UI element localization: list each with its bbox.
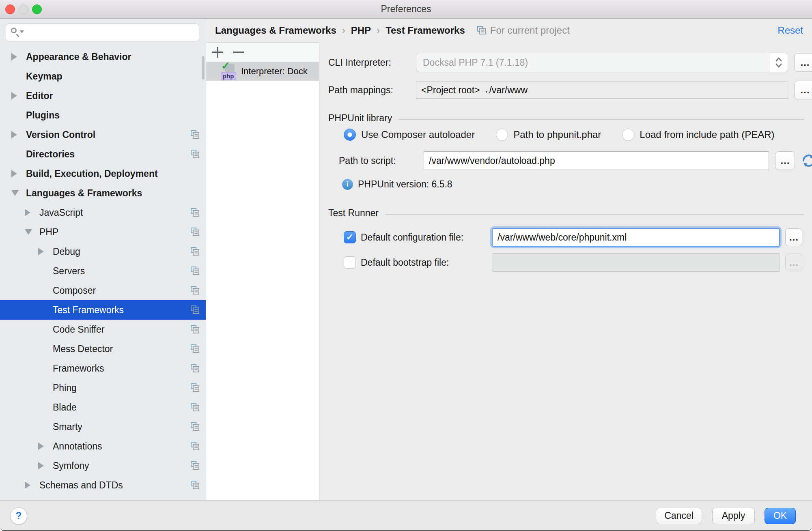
path-mappings-field[interactable]: <Project root>→/var/www (416, 82, 788, 99)
chevron-right-icon[interactable] (11, 53, 26, 60)
radio-label: Path to phpunit.phar (513, 129, 601, 140)
chevron-right-icon[interactable] (25, 209, 39, 216)
close-window-button[interactable] (5, 4, 15, 14)
radio-icon[interactable] (622, 129, 634, 141)
path-to-script-browse-button[interactable]: … (775, 151, 795, 170)
window-title: Preferences (381, 4, 431, 15)
sidebar-item-label: Code Sniffer (53, 324, 104, 335)
sidebar-item[interactable]: Frameworks (0, 359, 206, 378)
sidebar-scrollbar-thumb[interactable] (202, 56, 205, 80)
sidebar-item[interactable]: Mess Detector (0, 339, 206, 359)
chevron-right-icon[interactable] (11, 131, 26, 138)
add-icon[interactable] (212, 47, 223, 58)
for-current-project-icon (190, 383, 200, 393)
traffic-lights (5, 4, 42, 14)
sidebar-item[interactable]: Version Control (0, 125, 206, 144)
breadcrumb-segment: Test Frameworks (386, 25, 465, 36)
chevron-right-icon[interactable] (11, 170, 26, 177)
sidebar-item[interactable]: PHP (0, 222, 206, 242)
apply-button[interactable]: Apply (712, 508, 755, 524)
radio-selected-icon[interactable] (344, 129, 356, 141)
sidebar-item[interactable]: Directories (0, 144, 206, 164)
sidebar-item-label: Symfony (53, 460, 89, 471)
sidebar-item[interactable]: Editor (0, 86, 206, 105)
sidebar-item[interactable]: JavaScript (0, 203, 206, 222)
chevron-right-icon[interactable] (38, 443, 53, 450)
default-configuration-input[interactable] (492, 228, 780, 247)
remove-icon[interactable] (233, 47, 244, 58)
chevron-right-icon[interactable] (38, 248, 53, 255)
breadcrumb-segment: Languages & Frameworks (215, 25, 336, 36)
interpreter-list-item[interactable]: ✓ php Interpreter: Dock (206, 62, 319, 81)
chevron-down-icon[interactable] (25, 229, 39, 235)
sidebar-item-label: JavaScript (39, 207, 83, 218)
search-icon[interactable] (10, 27, 24, 38)
test-runner-title: Test Runner (328, 208, 379, 219)
zoom-window-button[interactable] (32, 4, 42, 14)
cancel-button[interactable]: Cancel (656, 508, 702, 524)
sidebar-item-label: Composer (53, 285, 96, 296)
section-divider (398, 119, 804, 120)
default-configuration-label: Default configuration file: (361, 232, 492, 243)
help-button[interactable]: ? (10, 507, 27, 525)
sidebar-item[interactable]: Phing (0, 378, 206, 398)
interpreter-item-label: Interpreter: Dock (241, 66, 308, 77)
sidebar-item[interactable]: Schemas and DTDs (0, 475, 206, 495)
sidebar-item[interactable]: Build, Execution, Deployment (0, 164, 206, 183)
sidebar-item[interactable]: Blade (0, 398, 206, 417)
sidebar-item-label: Version Control (26, 129, 95, 140)
for-current-project-icon (190, 266, 200, 276)
radio-path-to-phpunit-phar[interactable]: Path to phpunit.phar (496, 129, 601, 141)
sidebar-item[interactable]: Symfony (0, 456, 206, 475)
sidebar-item[interactable]: Code Sniffer (0, 320, 206, 339)
sidebar-item-label: PHP (39, 227, 58, 238)
sidebar-item[interactable]: Debug (0, 242, 206, 261)
radio-icon[interactable] (496, 129, 508, 141)
reset-link[interactable]: Reset (778, 25, 803, 36)
for-current-project-icon (190, 344, 200, 354)
default-configuration-browse-button[interactable]: … (785, 228, 802, 246)
radio-use-composer-autoloader[interactable]: Use Composer autoloader (344, 129, 475, 141)
sidebar-item[interactable]: Appearance & Behavior (0, 47, 206, 67)
sidebar-item[interactable]: Composer (0, 281, 206, 300)
stepper-icon[interactable] (769, 53, 788, 72)
ok-button[interactable]: OK (765, 508, 796, 524)
test-frameworks-form: CLI Interpreter: Docksal PHP 7.1 (7.1.18… (319, 42, 812, 500)
sidebar-item[interactable]: Languages & Frameworks (0, 183, 206, 203)
chevron-right-icon[interactable] (38, 462, 53, 469)
footer-bar: ? Cancel Apply OK (0, 500, 812, 531)
chevron-right-icon[interactable] (11, 92, 26, 99)
sidebar-item-label: Smarty (53, 421, 82, 432)
path-to-script-input[interactable] (424, 151, 769, 170)
cli-interpreter-browse-button[interactable]: … (794, 53, 812, 72)
sidebar-item[interactable]: Smarty (0, 417, 206, 436)
interpreter-list-toolbar (206, 42, 319, 62)
for-current-project-icon (190, 422, 200, 432)
default-bootstrap-checkbox[interactable] (344, 256, 356, 269)
for-current-project-icon (190, 441, 200, 451)
sidebar-item[interactable]: Plugins (0, 105, 206, 125)
reload-phpunit-version-icon[interactable] (801, 153, 812, 169)
breadcrumb-separator: › (377, 25, 380, 36)
search-input[interactable] (24, 27, 195, 38)
search-box[interactable] (6, 24, 199, 41)
default-bootstrap-browse-button: … (785, 254, 802, 271)
sidebar-item-label: Phing (53, 383, 77, 393)
radio-load-from-include-path[interactable]: Load from include path (PEAR) (622, 129, 774, 141)
cli-interpreter-select[interactable]: Docksal PHP 7.1 (7.1.18) (416, 53, 788, 72)
path-mappings-browse-button[interactable]: … (794, 81, 812, 99)
sidebar-item[interactable]: Annotations (0, 436, 206, 456)
radio-label: Load from include path (PEAR) (640, 129, 774, 140)
sidebar-item[interactable]: Servers (0, 261, 206, 281)
chevron-down-icon[interactable] (11, 190, 26, 196)
default-configuration-checkbox[interactable]: ✓ (344, 231, 356, 243)
php-interpreter-icon: ✓ php (221, 62, 238, 80)
for-current-project-icon (190, 305, 200, 315)
phpunit-library-title: PHPUnit library (328, 113, 392, 124)
interpreter-list-panel: ✓ php Interpreter: Dock (206, 42, 319, 500)
for-current-project-icon (190, 247, 200, 257)
sidebar-item[interactable]: Keymap (0, 67, 206, 86)
sidebar-item[interactable]: Test Frameworks (0, 300, 206, 320)
chevron-right-icon[interactable] (25, 482, 39, 489)
breadcrumb-separator: › (342, 25, 345, 36)
